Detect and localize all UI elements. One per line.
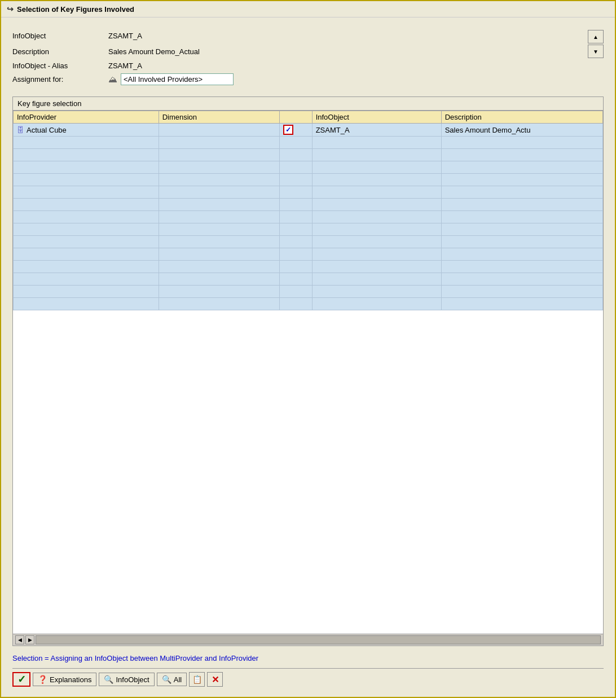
assignment-label: Assignment for: <box>12 74 103 85</box>
alias-value: ZSAMT_A <box>108 60 582 71</box>
check-icon: ✓ <box>17 673 26 686</box>
data-table: InfoProvider Dimension InfoObject Descri… <box>13 111 603 310</box>
close-icon: ✕ <box>212 674 219 685</box>
table-section: Key figure selection InfoProvider Dimens… <box>12 96 604 646</box>
nav-up-button[interactable]: ▲ <box>588 30 604 43</box>
cell-infoprovider: 🗄Actual Cube <box>14 124 159 137</box>
ok-button[interactable]: ✓ <box>12 672 30 687</box>
col-header-select <box>280 111 312 124</box>
col-header-dimension: Dimension <box>159 111 280 124</box>
close-button[interactable]: ✕ <box>207 672 223 687</box>
table-row <box>14 261 603 273</box>
cube-icon: 🗄 <box>17 126 24 134</box>
explanations-label: Explanations <box>50 675 91 684</box>
alias-label: InfoObject - Alias <box>12 60 103 71</box>
table-row <box>14 211 603 223</box>
horizontal-scrollbar: ◀ ▶ <box>13 634 603 646</box>
infoobject-button[interactable]: 🔍 InfoObject <box>99 673 154 686</box>
infoobject-icon: 🔍 <box>104 675 113 684</box>
table-section-title: Key figure selection <box>13 97 603 111</box>
assignment-row: ⛰ <box>108 73 582 85</box>
nav-buttons: ▲ ▼ <box>588 30 604 58</box>
scroll-track[interactable] <box>36 635 601 644</box>
table-row <box>14 186 603 199</box>
table-row <box>14 149 603 161</box>
main-window: ↪ Selection of Key Figures Involved Info… <box>0 0 616 698</box>
col-header-infoobject: InfoObject <box>312 111 441 124</box>
table-row <box>14 137 603 149</box>
table-row: 🗄Actual Cube ZSAMT_A Sales Amount Demo_A… <box>14 124 603 137</box>
table-row <box>14 273 603 286</box>
cell-infoobject: ZSAMT_A <box>312 124 441 137</box>
table-row <box>14 236 603 248</box>
list-icon: 📋 <box>192 675 202 684</box>
explanations-button[interactable]: ❓ Explanations <box>33 673 96 686</box>
table-row <box>14 199 603 211</box>
all-button[interactable]: 🔍 All <box>157 673 187 686</box>
cell-checkbox[interactable] <box>280 124 312 137</box>
all-label: All <box>174 675 182 684</box>
cell-dimension <box>159 124 280 137</box>
table-container: InfoProvider Dimension InfoObject Descri… <box>13 111 603 634</box>
description-value: Sales Amount Demo_Actual <box>108 46 582 57</box>
question-icon: ❓ <box>38 675 47 684</box>
select-checkbox[interactable] <box>283 125 293 135</box>
scroll-left-button[interactable]: ◀ <box>15 635 24 644</box>
table-row <box>14 248 603 261</box>
assignment-input[interactable] <box>121 73 234 85</box>
person-icon: ⛰ <box>108 74 117 85</box>
col-header-description: Description <box>441 111 602 124</box>
nav-down-button[interactable]: ▼ <box>588 45 604 58</box>
bottom-toolbar: ✓ ❓ Explanations 🔍 InfoObject 🔍 All 📋 ✕ <box>12 668 604 691</box>
content-area: InfoObject ZSAMT_A ▲ ▼ Description Sales… <box>1 17 615 697</box>
table-row <box>14 298 603 310</box>
title-bar: ↪ Selection of Key Figures Involved <box>1 1 615 17</box>
status-text: Selection = Assigning an InfoObject betw… <box>12 654 604 662</box>
description-label: Description <box>12 46 103 57</box>
window-title: Selection of Key Figures Involved <box>17 5 134 14</box>
table-row <box>14 174 603 186</box>
scroll-right-button[interactable]: ▶ <box>25 635 34 644</box>
info-section: InfoObject ZSAMT_A ▲ ▼ Description Sales… <box>12 29 604 85</box>
list-button[interactable]: 📋 <box>189 672 205 687</box>
infoobject-label: InfoObject <box>12 30 103 41</box>
table-row <box>14 223 603 236</box>
table-header-row: InfoProvider Dimension InfoObject Descri… <box>14 111 603 124</box>
col-header-infoprovider: InfoProvider <box>14 111 159 124</box>
table-row <box>14 161 603 174</box>
table-row <box>14 286 603 298</box>
all-icon: 🔍 <box>162 675 171 684</box>
cell-description: Sales Amount Demo_Actu <box>441 124 602 137</box>
infoobject-value: ZSAMT_A <box>108 30 582 41</box>
infoobject-label: InfoObject <box>116 675 149 684</box>
title-icon: ↪ <box>7 5 14 14</box>
